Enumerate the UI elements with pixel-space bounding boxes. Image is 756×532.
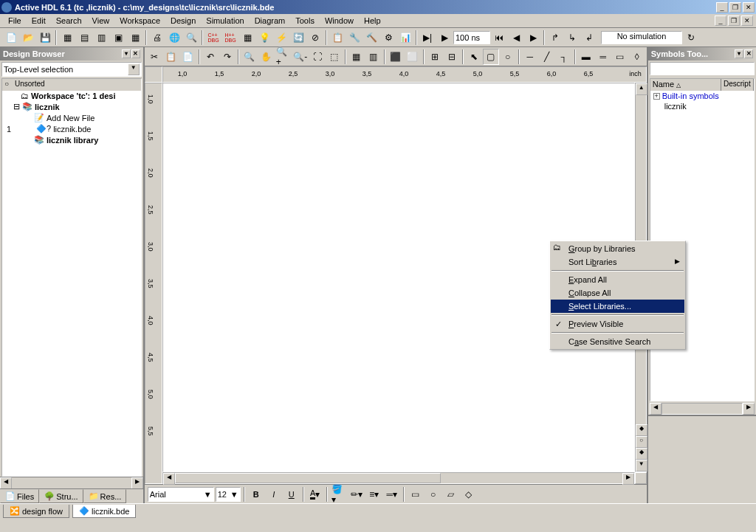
menu-search[interactable]: Search: [51, 15, 87, 27]
font-size-select[interactable]: 12▼: [216, 487, 241, 502]
symbols-col-desc[interactable]: Descript: [721, 79, 754, 91]
bold-button[interactable]: B: [248, 486, 264, 502]
dtool-4[interactable]: ⬜: [405, 49, 421, 65]
tab-design-flow[interactable]: 🔀 design flow: [3, 505, 69, 518]
close-button[interactable]: ✕: [743, 2, 755, 13]
tool-end[interactable]: ↻: [683, 30, 699, 46]
tree-scroll-right-button[interactable]: ▶: [131, 477, 143, 489]
tab-structure[interactable]: 🌳Stru...: [39, 489, 83, 503]
tool-15[interactable]: ⊘: [307, 30, 323, 46]
tree-col-name[interactable]: Unsorted: [13, 79, 141, 90]
menu-design[interactable]: Design: [165, 15, 201, 27]
ctx-collapse-all[interactable]: Collapse All: [551, 286, 684, 300]
dtool-5[interactable]: ⊞: [427, 49, 443, 65]
scroll-right-button[interactable]: ▶: [622, 473, 634, 485]
tool-7[interactable]: 🌐: [166, 30, 182, 46]
run-button[interactable]: ▶: [436, 30, 453, 46]
step-fwd-button[interactable]: ▶: [525, 30, 541, 46]
panel-close-button[interactable]: ✕: [131, 49, 140, 58]
font-color-button[interactable]: A▾: [307, 486, 323, 502]
pan-button[interactable]: ✋: [258, 49, 275, 65]
menu-file[interactable]: File: [3, 15, 27, 27]
dtool-6[interactable]: ⊟: [444, 49, 460, 65]
horizontal-scrollbar[interactable]: ◀ ▶: [162, 472, 635, 484]
zoom-in-button[interactable]: 🔍+: [275, 49, 292, 65]
tool-6[interactable]: 🖨: [149, 30, 165, 46]
symbols-col-name[interactable]: Name △: [650, 79, 721, 91]
symbols-list[interactable]: Name △ Descript + Built-in symbols liczn…: [650, 78, 755, 401]
tool-1[interactable]: ▦: [59, 30, 75, 46]
minimize-button[interactable]: _: [716, 2, 728, 13]
line-style-button[interactable]: ≡▾: [366, 486, 382, 502]
tab-resources[interactable]: 📁Res...: [83, 489, 127, 503]
tool-3[interactable]: ▥: [93, 30, 109, 46]
expand-minus-icon[interactable]: ⊟: [13, 102, 20, 111]
run-start-button[interactable]: ▶|: [419, 30, 436, 46]
mdi-close-button[interactable]: ✕: [741, 15, 753, 26]
tool-19[interactable]: ⚙: [380, 30, 396, 46]
line-color-button[interactable]: ✏▾: [348, 486, 365, 502]
shape-1-button[interactable]: ▭: [408, 486, 424, 502]
menu-tools[interactable]: Tools: [290, 15, 320, 27]
scroll-nav-2[interactable]: ○: [636, 436, 647, 448]
restore-button[interactable]: ❐: [729, 2, 741, 13]
trace-2-button[interactable]: ↳: [564, 30, 580, 46]
fill-color-button[interactable]: 🪣▾: [331, 486, 347, 502]
menu-view[interactable]: View: [87, 15, 115, 27]
dtool-2[interactable]: ▥: [365, 49, 382, 65]
time-input[interactable]: [453, 31, 490, 44]
tab-licznik-bde[interactable]: 🔷 licznik.bde: [72, 505, 136, 518]
menu-window[interactable]: Window: [320, 15, 359, 27]
tool-13[interactable]: ⚡: [273, 30, 289, 46]
ctx-preview-visible[interactable]: ✓ Preview Visible: [551, 317, 684, 331]
select-button[interactable]: ⬉: [466, 49, 482, 65]
save-button[interactable]: 💾: [37, 30, 53, 46]
scroll-nav-1[interactable]: ◆: [636, 424, 647, 436]
zoom-fit-button[interactable]: ⛶: [309, 49, 326, 65]
shape-2-button[interactable]: ○: [425, 486, 441, 502]
dtool-12[interactable]: ┐: [556, 49, 572, 65]
dtool-11[interactable]: ╱: [539, 49, 555, 65]
ctx-group-by-libraries[interactable]: 🗂 Group by Libraries: [551, 242, 684, 255]
tool-20[interactable]: 📊: [397, 30, 413, 46]
scroll-up-button[interactable]: ▲: [636, 83, 647, 95]
tool-5[interactable]: ▦: [127, 30, 143, 46]
cpp-dbg-button[interactable]: C++DBG: [205, 30, 221, 46]
symbols-close-button[interactable]: ✕: [744, 49, 753, 58]
menu-workspace[interactable]: Workspace: [114, 15, 165, 27]
menu-diagram[interactable]: Diagram: [250, 15, 291, 27]
tool-16[interactable]: 📋: [329, 30, 346, 46]
new-button[interactable]: 📄: [3, 30, 19, 46]
shape-4-button[interactable]: ◇: [461, 486, 477, 502]
ctx-sort-libraries[interactable]: Sort Libraries ▶: [551, 255, 684, 269]
sym-scroll-left-button[interactable]: ◀: [650, 403, 662, 415]
paste-button[interactable]: 📄: [180, 49, 196, 65]
tree-workspace[interactable]: 🗂 Workspace 'tc': 1 desi: [2, 91, 141, 101]
italic-button[interactable]: I: [266, 486, 282, 502]
trace-3-button[interactable]: ↲: [581, 30, 597, 46]
mdi-minimize-button[interactable]: _: [715, 15, 726, 26]
zoom-button[interactable]: 🔍: [241, 49, 258, 65]
dtool-10[interactable]: ─: [522, 49, 538, 65]
tool-17[interactable]: 🔧: [346, 30, 362, 46]
trace-1-button[interactable]: ↱: [547, 30, 563, 46]
cut-button[interactable]: ✂: [146, 49, 162, 65]
tree-scroll-left-button[interactable]: ◀: [0, 477, 12, 489]
tool-2[interactable]: ▤: [76, 30, 92, 46]
symbols-builtin-item[interactable]: + Built-in symbols: [650, 91, 754, 101]
copy-button[interactable]: 📋: [163, 49, 179, 65]
tree-file-row[interactable]: 1 🔷? licznik.bde: [2, 123, 141, 134]
tree-col-status[interactable]: ○: [2, 79, 13, 90]
underline-button[interactable]: U: [284, 486, 300, 502]
tree-add-new-file[interactable]: 📝 Add New File: [2, 112, 141, 123]
ctx-expand-all[interactable]: Expand All: [551, 273, 684, 286]
scroll-down-button[interactable]: ▼: [636, 460, 647, 471]
step-back-button[interactable]: ◀: [508, 30, 524, 46]
dtool-3[interactable]: ⬛: [388, 49, 404, 65]
tool-12[interactable]: 💡: [256, 30, 272, 46]
zoom-out-button[interactable]: 🔍-: [292, 49, 309, 65]
shape-3-button[interactable]: ▱: [443, 486, 459, 502]
tab-files[interactable]: 📄Files: [0, 489, 39, 503]
tree-library[interactable]: 📚 licznik library: [2, 134, 141, 145]
open-button[interactable]: 📂: [20, 30, 36, 46]
